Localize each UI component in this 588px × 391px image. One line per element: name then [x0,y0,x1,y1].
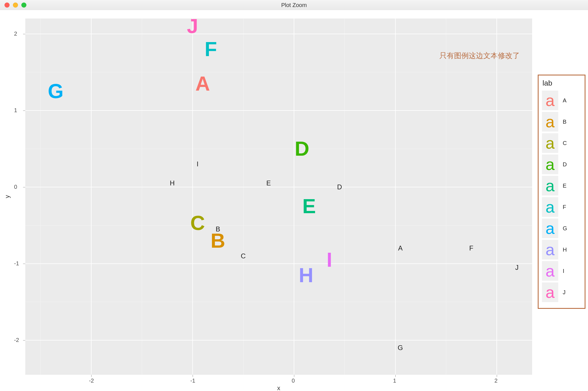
y-tick-label: 0 [14,184,17,190]
big-letter: I [327,250,332,270]
x-tick-label: 0 [292,378,295,384]
traffic-lights [0,3,26,8]
x-axis-title: x [277,385,280,391]
y-tick-label: 2 [14,31,17,37]
legend-key-icon: a [542,176,558,196]
big-letter: D [295,139,309,159]
annotation-text: 只有图例这边文本修改了 [439,51,520,61]
small-letter: J [515,264,519,271]
small-letter: C [241,253,245,259]
legend-key-icon: a [542,282,558,302]
big-letter: E [302,196,316,216]
x-tick-label: 2 [494,378,498,384]
legend-key-icon: a [542,219,558,238]
legend-label: B [563,119,566,125]
y-axis-title: y [4,195,11,198]
legend-key-icon: a [542,261,558,281]
big-letter: C [190,213,205,233]
big-letter: H [299,265,313,285]
legend-item: aD [542,154,581,175]
close-icon[interactable] [4,3,10,8]
legend-key-icon: a [542,197,558,217]
minimize-icon[interactable] [13,3,18,8]
small-letter: G [398,344,403,351]
legend-label: E [563,183,566,189]
big-letter: G [48,81,63,101]
legend-label: H [563,247,567,253]
legend-title: lab [543,79,581,88]
legend-label: G [563,225,567,232]
x-tick-label: -2 [89,378,94,384]
legend-item: aI [542,260,581,282]
small-letter: H [170,180,175,187]
legend-label: A [563,97,566,104]
legend-key-icon: a [542,133,558,153]
x-tick-label: -1 [190,378,195,384]
plot-wrapper: y x 只有图例这边文本修改了 lab aAaBaCaDaEaFaGaHaIaJ… [0,10,588,391]
titlebar: Plot Zoom [0,0,588,10]
big-letter: J [187,16,198,36]
x-tick-label: 1 [393,378,396,384]
legend-label: D [563,161,567,168]
y-tick-label: 1 [14,107,17,114]
big-letter: A [195,73,210,94]
y-tick-label: -1 [14,260,19,267]
legend-key-icon: a [542,91,558,110]
small-letter: B [216,226,220,233]
legend-item: aJ [542,282,581,303]
small-letter: F [469,245,473,252]
legend-key-icon: a [542,155,558,174]
legend-item: aH [542,239,581,260]
legend-item: aB [542,111,581,132]
y-tick-label: -2 [14,337,19,343]
small-letter: A [398,245,403,252]
legend-label: F [563,204,566,210]
legend-label: J [563,289,566,296]
maximize-icon[interactable] [21,3,26,8]
small-letter: I [197,161,199,167]
legend-key-icon: a [542,240,558,259]
legend-key-icon: a [542,112,558,132]
big-letter: B [211,231,225,251]
legend: lab aAaBaCaDaEaFaGaHaIaJ [538,75,585,309]
legend-item: aF [542,196,581,218]
legend-label: I [563,268,564,274]
window-title: Plot Zoom [0,2,588,8]
small-letter: D [337,184,342,190]
legend-item: aE [542,175,581,196]
legend-item: aC [542,132,581,154]
big-letter: F [205,39,217,59]
legend-item: aA [542,90,581,111]
legend-item: aG [542,218,581,239]
small-letter: E [266,180,271,187]
legend-label: C [563,140,567,146]
